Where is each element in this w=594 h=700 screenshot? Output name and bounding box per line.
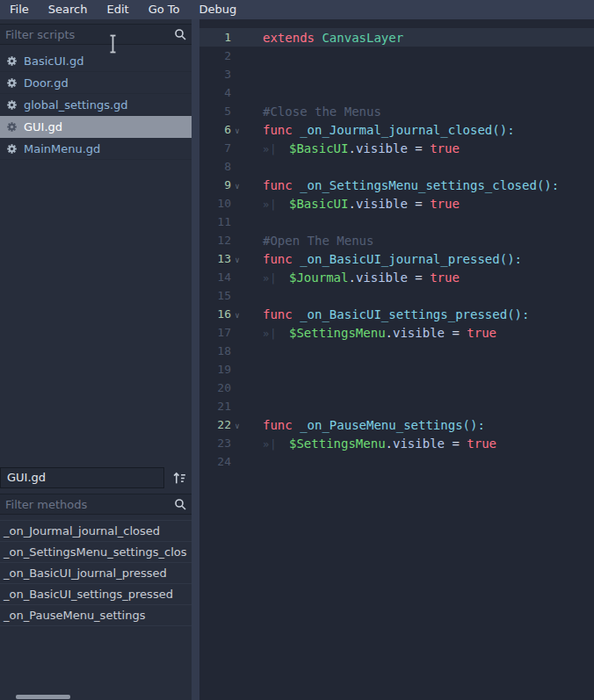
tab-indent-marker: »| [263, 198, 289, 211]
code-line-13[interactable]: 13∨func _on_BasicUI_journal_pressed(): [199, 249, 594, 268]
current-script-name-label: GUI.gd [7, 471, 46, 484]
current-script-name: GUI.gd [0, 467, 164, 488]
fold-arrow-icon[interactable]: ∨ [231, 180, 243, 191]
gear-icon [6, 121, 18, 133]
script-label: BasicUI.gd [24, 54, 83, 68]
code-text: func _on_BasicUI_journal_pressed(): [263, 252, 522, 266]
tab-indent-marker: »| [263, 438, 289, 451]
code-line-10[interactable]: 10»|$BasicUI.visible = true [199, 194, 594, 213]
sort-methods-button[interactable] [170, 468, 190, 487]
script-list-item-global-settings-gd[interactable]: global_settings.gd [0, 94, 192, 116]
horizontal-scrollbar-thumb[interactable] [16, 695, 70, 699]
line-number: 9 [199, 178, 231, 191]
menu-item-file[interactable]: File [0, 0, 39, 19]
menu-item-edit[interactable]: Edit [97, 0, 138, 19]
code-line-7[interactable]: 7»|$BasicUI.visible = true [199, 139, 594, 157]
search-icon [174, 28, 186, 40]
code-line-5[interactable]: 5#Close the Menus [199, 102, 594, 120]
code-line-4[interactable]: 4 [199, 83, 594, 102]
fold-gutter [231, 221, 243, 223]
code-line-22[interactable]: 22∨func _on_PauseMenu_settings(): [199, 415, 594, 434]
mouse-text-cursor [107, 34, 119, 54]
code-editor[interactable]: 1extends CanvasLayer2345#Close the Menus… [199, 19, 594, 700]
code-text: func _on_Jourmal_journal_closed(): [263, 123, 515, 137]
code-line-16[interactable]: 16∨func _on_BasicUI_settings_pressed(): [199, 305, 594, 323]
methods-panel-header: GUI.gd [0, 467, 192, 488]
filter-scripts-input[interactable]: Filter scripts [0, 24, 192, 45]
gear-icon [6, 99, 18, 111]
script-list-item-mainmenu-gd[interactable]: MainMenu.gd [0, 138, 192, 160]
method-list-item-on-basicui-journal-pressed[interactable]: _on_BasicUI_journal_pressed [0, 563, 192, 584]
code-line-11[interactable]: 11 [199, 213, 594, 231]
line-number: 2 [199, 49, 231, 62]
scripts-panel: Filter scripts BasicUI.gdDoor.gdglobal_s… [0, 19, 192, 700]
fold-arrow-icon[interactable]: ∨ [231, 420, 243, 430]
code-text: func _on_PauseMenu_settings(): [263, 418, 485, 432]
sort-icon [172, 471, 187, 486]
line-number: 10 [199, 197, 231, 210]
code-line-15[interactable]: 15 [199, 286, 594, 305]
code-line-8[interactable]: 8 [199, 157, 594, 176]
script-label: Door.gd [24, 76, 69, 90]
menu-item-search[interactable]: Search [39, 0, 98, 19]
line-number: 13 [199, 252, 231, 265]
line-number: 7 [199, 141, 231, 155]
gear-icon [6, 77, 18, 89]
fold-gutter [231, 37, 243, 39]
code-line-18[interactable]: 18 [199, 342, 594, 360]
script-list-item-basicui-gd[interactable]: BasicUI.gd [0, 50, 192, 72]
menu-item-debug[interactable]: Debug [189, 0, 246, 19]
tab-indent-marker: »| [263, 272, 289, 285]
fold-gutter [231, 166, 243, 168]
tab-indent-marker: »| [263, 143, 289, 155]
line-number: 4 [199, 86, 231, 99]
method-list-item-on-pausemenu-settings[interactable]: _on_PauseMenu_settings [0, 605, 192, 626]
code-line-14[interactable]: 14»|$Jourmal.visible = true [199, 268, 594, 286]
script-list-item-door-gd[interactable]: Door.gd [0, 72, 192, 94]
fold-gutter [231, 461, 243, 463]
code-line-19[interactable]: 19 [199, 360, 594, 379]
line-number: 15 [199, 289, 231, 302]
code-line-3[interactable]: 3 [199, 65, 594, 83]
code-line-23[interactable]: 23»|$SettingsMenu.visible = true [199, 434, 594, 452]
line-number: 23 [199, 437, 231, 450]
fold-arrow-icon[interactable]: ∨ [231, 309, 243, 320]
fold-arrow-icon[interactable]: ∨ [231, 125, 243, 135]
gear-icon [6, 143, 18, 155]
code-line-9[interactable]: 9∨func _on_SettingsMenu_settings_closed(… [199, 176, 594, 194]
code-line-21[interactable]: 21 [199, 397, 594, 415]
line-number: 21 [199, 400, 231, 413]
method-list-item-on-jourmal-journal-closed[interactable]: _on_Jourmal_journal_closed [0, 521, 192, 542]
code-line-12[interactable]: 12#Open The Menus [199, 231, 594, 249]
code-line-17[interactable]: 17»|$SettingsMenu.visible = true [199, 323, 594, 342]
fold-gutter [231, 277, 243, 278]
line-number: 16 [199, 307, 231, 321]
method-list: _on_Jourmal_journal_closed_on_SettingsMe… [0, 520, 192, 626]
line-number: 24 [199, 455, 231, 468]
line-number: 17 [199, 326, 231, 339]
code-line-24[interactable]: 24 [199, 452, 594, 471]
code-line-2[interactable]: 2 [199, 47, 594, 65]
script-label: GUI.gd [24, 120, 62, 134]
code-text: »|$Jourmal.visible = true [263, 271, 460, 285]
code-text: #Open The Menus [263, 234, 373, 248]
method-list-item-on-basicui-settings-pressed[interactable]: _on_BasicUI_settings_pressed [0, 584, 192, 605]
filter-methods-input[interactable]: Filter methods [0, 494, 192, 515]
method-list-item-on-settingsmenu-settings-clos[interactable]: _on_SettingsMenu_settings_clos [0, 542, 192, 563]
line-number: 22 [199, 418, 231, 431]
fold-arrow-icon[interactable]: ∨ [231, 254, 243, 264]
line-number: 8 [199, 160, 231, 173]
menu-item-go-to[interactable]: Go To [139, 0, 190, 19]
line-number: 1 [199, 31, 231, 44]
script-list: BasicUI.gdDoor.gdglobal_settings.gdGUI.g… [0, 50, 192, 160]
code-line-1[interactable]: 1extends CanvasLayer [199, 28, 594, 47]
fold-gutter [231, 74, 243, 76]
script-label: global_settings.gd [24, 98, 128, 112]
code-line-6[interactable]: 6∨func _on_Jourmal_journal_closed(): [199, 120, 594, 139]
panel-splitter[interactable] [192, 19, 199, 700]
script-list-item-gui-gd[interactable]: GUI.gd [0, 116, 192, 138]
code-text: func _on_SettingsMenu_settings_closed(): [263, 178, 559, 192]
code-line-20[interactable]: 20 [199, 379, 594, 397]
code-text: »|$SettingsMenu.visible = true [263, 437, 496, 451]
line-number: 14 [199, 271, 231, 284]
